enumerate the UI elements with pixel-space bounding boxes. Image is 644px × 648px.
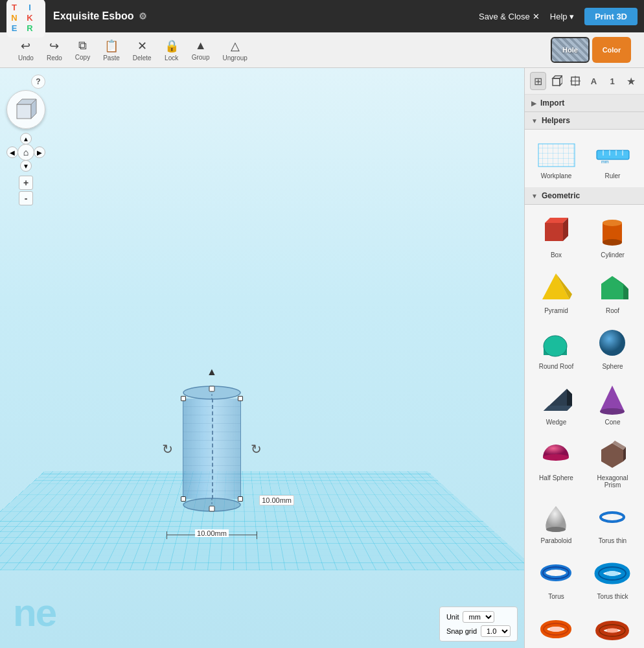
- torus-shape-item[interactable]: Torus: [529, 550, 584, 605]
- zoom-in-button[interactable]: +: [19, 176, 33, 190]
- dimension-width-group: 10.00mm: [167, 528, 257, 541]
- color-label: Color: [603, 46, 621, 54]
- logo-r: R: [26, 23, 34, 34]
- roof-shape-preview: [593, 269, 632, 305]
- cylinder-bottom-ellipse: [181, 498, 242, 512]
- nav-down-button[interactable]: ▼: [20, 160, 32, 172]
- view-star-button[interactable]: ★: [623, 72, 639, 90]
- lock-button[interactable]: 🔒 Lock: [159, 36, 184, 64]
- ruler-item[interactable]: mm Ruler: [585, 133, 640, 183]
- redo-icon: ↪: [49, 39, 59, 53]
- viewport[interactable]: ne ▲ ↺ ↻: [0, 68, 524, 648]
- import-section-header[interactable]: ▶ Import: [525, 95, 644, 112]
- wedge-shape-item[interactable]: Wedge: [529, 376, 584, 430]
- svg-rect-16: [597, 150, 629, 159]
- box-shape-item[interactable]: Box: [529, 209, 584, 263]
- shape15-item[interactable]: Coot: [529, 606, 584, 648]
- paraboloid-shape-preview: [537, 499, 576, 535]
- settings-icon[interactable]: ⚙: [139, 11, 147, 21]
- nav-right-button[interactable]: ▶: [34, 146, 45, 158]
- ungroup-button[interactable]: △ Ungroup: [217, 36, 252, 64]
- group-button[interactable]: ▲ Group: [187, 36, 215, 64]
- paraboloid-shape-label: Paraboloid: [541, 537, 572, 544]
- copy-button[interactable]: ⧉ Copy: [70, 36, 95, 64]
- svg-point-27: [603, 239, 622, 246]
- pyramid-shape-preview: [537, 269, 576, 305]
- undo-label: Undo: [18, 54, 34, 62]
- ungroup-icon: △: [231, 39, 240, 53]
- torus-thick-shape-item[interactable]: Torus thick: [585, 550, 640, 605]
- undo-button[interactable]: ↩ Undo: [13, 36, 39, 64]
- delete-button[interactable]: ✕ Delete: [128, 36, 157, 64]
- print3d-button[interactable]: Print 3D: [584, 8, 638, 25]
- cylinder-shape-item[interactable]: Cylinder: [585, 209, 640, 263]
- nav-left-button[interactable]: ◀: [6, 146, 18, 158]
- nav-cube[interactable]: [6, 90, 45, 129]
- torus-thin-shape-preview: [593, 499, 632, 535]
- cylinder-selected[interactable]: ▲ ↺ ↻: [181, 386, 242, 512]
- pyramid-shape-item[interactable]: Pyramid: [529, 264, 584, 319]
- geometric-section-header[interactable]: ▼ Geometric: [525, 187, 644, 205]
- nav-arrows: ⌂ ▲ ▼ ◀ ▶: [6, 133, 45, 172]
- svg-point-41: [600, 408, 625, 415]
- project-name: Exquisite Esboo ⚙: [53, 10, 479, 22]
- svg-rect-15: [538, 144, 575, 167]
- redo-button[interactable]: ↪ Redo: [41, 36, 67, 64]
- round-roof-shape-item[interactable]: Round Roof: [529, 320, 584, 375]
- roof-shape-label: Roof: [606, 307, 619, 314]
- view-box-button[interactable]: [549, 72, 565, 90]
- hex-prism-shape-label: Hexagonal Prism: [588, 474, 637, 489]
- paste-button[interactable]: 📋 Paste: [98, 36, 125, 64]
- cylinder-shape-label: Cylinder: [601, 251, 625, 259]
- help-circle-button[interactable]: ?: [31, 75, 45, 89]
- shape16-item[interactable]: Shape: [585, 606, 640, 648]
- sphere-shape-preview: [593, 325, 632, 360]
- print3d-label: Print 3D: [595, 12, 627, 21]
- paste-label: Paste: [103, 54, 120, 62]
- half-sphere-shape-item[interactable]: Half Sphere: [529, 432, 584, 493]
- torus-shape-label: Torus: [548, 593, 564, 600]
- main-content: ne ▲ ↺ ↻: [0, 68, 644, 648]
- half-sphere-shape-preview: [537, 436, 576, 472]
- lock-label: Lock: [165, 54, 178, 62]
- help-label: Help ▾: [550, 12, 574, 21]
- ungroup-label: Ungroup: [222, 54, 247, 62]
- help-button[interactable]: Help ▾: [550, 12, 574, 21]
- unit-select[interactable]: mm in: [463, 611, 494, 623]
- snap-select[interactable]: 1.0 0.5 0.1: [481, 625, 511, 637]
- roof-shape-item[interactable]: Roof: [585, 264, 640, 319]
- torus-thin-shape-item[interactable]: Torus thin: [585, 494, 640, 549]
- redo-label: Redo: [47, 54, 62, 62]
- workplane-preview: [537, 137, 576, 170]
- pyramid-shape-label: Pyramid: [544, 307, 568, 314]
- view-text-button[interactable]: A: [586, 72, 602, 90]
- helpers-section-header[interactable]: ▼ Helpers: [525, 112, 644, 130]
- save-close-button[interactable]: Save & Close ✕: [479, 12, 540, 21]
- copy-label: Copy: [75, 54, 90, 61]
- unit-row: Unit mm in: [446, 611, 511, 623]
- sphere-shape-item[interactable]: Sphere: [585, 320, 640, 375]
- cone-shape-label: Cone: [605, 419, 621, 426]
- nav-home-button[interactable]: ⌂: [17, 144, 34, 161]
- hole-button[interactable]: Hole: [551, 37, 590, 63]
- nav-up-button[interactable]: ▲: [20, 133, 32, 145]
- view-icons-bar: ⊞ A 1 ★: [525, 68, 644, 95]
- paraboloid-shape-item[interactable]: Paraboloid: [529, 494, 584, 549]
- svg-point-56: [549, 627, 562, 632]
- project-title: Exquisite Esboo: [53, 10, 133, 22]
- view-grid-button[interactable]: ⊞: [530, 72, 546, 90]
- hex-prism-shape-item[interactable]: Hexagonal Prism: [585, 432, 640, 493]
- torus-thin-shape-label: Torus thin: [599, 537, 627, 544]
- up-arrow[interactable]: ▲: [207, 366, 217, 378]
- view-num-button[interactable]: 1: [604, 72, 621, 90]
- zoom-out-button[interactable]: -: [19, 191, 33, 205]
- wedge-shape-label: Wedge: [546, 419, 567, 426]
- rotate-left-icon[interactable]: ↺: [162, 441, 173, 457]
- view-ortho-button[interactable]: [567, 72, 583, 90]
- tinkercad-logo[interactable]: T I N K E R: [6, 0, 45, 38]
- cone-shape-item[interactable]: Cone: [585, 376, 640, 430]
- color-button[interactable]: Color: [592, 37, 631, 63]
- half-sphere-shape-label: Half Sphere: [539, 474, 573, 481]
- workplane-item[interactable]: Workplane: [529, 133, 584, 183]
- rotate-right-icon[interactable]: ↻: [251, 441, 262, 457]
